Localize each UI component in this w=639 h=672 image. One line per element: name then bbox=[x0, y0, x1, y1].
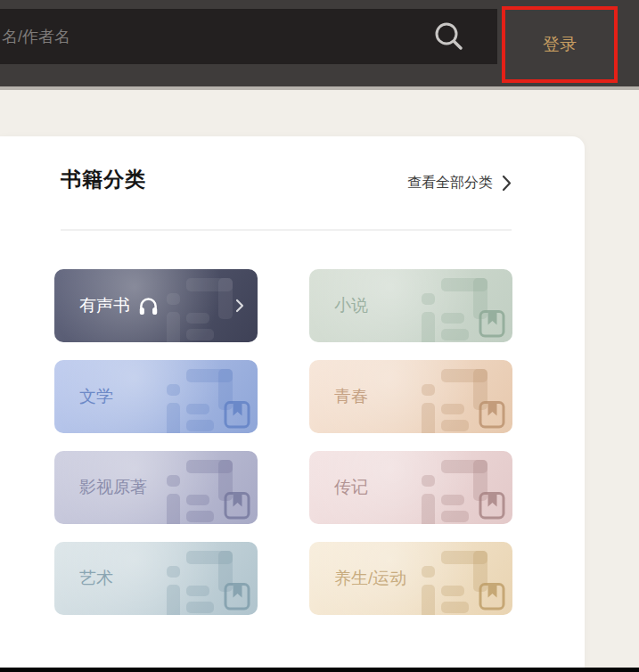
card-chevron-icon bbox=[235, 299, 244, 313]
search-input[interactable]: 名/作者名 bbox=[0, 9, 497, 64]
category-label: 传记 bbox=[334, 476, 368, 499]
category-label: 文学 bbox=[79, 385, 113, 408]
book-corner-icon bbox=[479, 399, 505, 429]
book-categories-panel: 书籍分类 查看全部分类 有声书小说文学青春影视原著传记艺术养生/运动 bbox=[0, 136, 585, 668]
header-bar: 名/作者名 登录 bbox=[0, 0, 639, 86]
book-corner-icon bbox=[479, 308, 505, 338]
book-corner-icon bbox=[479, 490, 505, 520]
content-area: 书籍分类 查看全部分类 有声书小说文学青春影视原著传记艺术养生/运动 bbox=[0, 90, 639, 668]
search-placeholder-text: 名/作者名 bbox=[0, 26, 70, 47]
view-all-label: 查看全部分类 bbox=[407, 174, 493, 193]
category-label: 影视原著 bbox=[79, 476, 147, 499]
category-card-youth[interactable]: 青春 bbox=[309, 360, 512, 433]
category-label: 有声书 bbox=[79, 294, 130, 317]
screenshot-bottom-border bbox=[0, 668, 639, 672]
book-corner-icon bbox=[224, 490, 250, 520]
headphones-icon bbox=[138, 297, 159, 316]
chevron-right-icon bbox=[502, 175, 512, 192]
book-corner-icon bbox=[479, 581, 505, 611]
page: 名/作者名 登录 书籍分类 查看全部分类 有声书小说文学青春影视原著传记艺术养生… bbox=[0, 0, 639, 672]
login-button[interactable]: 登录 bbox=[504, 8, 616, 81]
category-card-art[interactable]: 艺术 bbox=[54, 542, 258, 615]
category-grid: 有声书小说文学青春影视原著传记艺术养生/运动 bbox=[54, 269, 512, 615]
category-label: 养生/运动 bbox=[334, 567, 406, 590]
category-card-biography[interactable]: 传记 bbox=[309, 451, 512, 524]
category-card-novel[interactable]: 小说 bbox=[309, 269, 512, 342]
category-card-literature[interactable]: 文学 bbox=[54, 360, 258, 433]
section-title: 书籍分类 bbox=[61, 166, 146, 193]
view-all-categories-link[interactable]: 查看全部分类 bbox=[407, 174, 512, 193]
book-corner-icon bbox=[224, 399, 250, 429]
category-card-film-tv-original[interactable]: 影视原著 bbox=[54, 451, 258, 524]
search-icon[interactable] bbox=[433, 20, 465, 53]
category-label: 小说 bbox=[334, 294, 368, 317]
category-card-health-sports[interactable]: 养生/运动 bbox=[309, 542, 512, 615]
category-label: 艺术 bbox=[79, 567, 113, 590]
ireader-logo-watermark bbox=[167, 278, 245, 342]
book-corner-icon bbox=[224, 581, 250, 611]
category-card-audiobook[interactable]: 有声书 bbox=[54, 269, 258, 342]
category-label: 青春 bbox=[334, 385, 368, 408]
section-divider bbox=[61, 229, 512, 231]
